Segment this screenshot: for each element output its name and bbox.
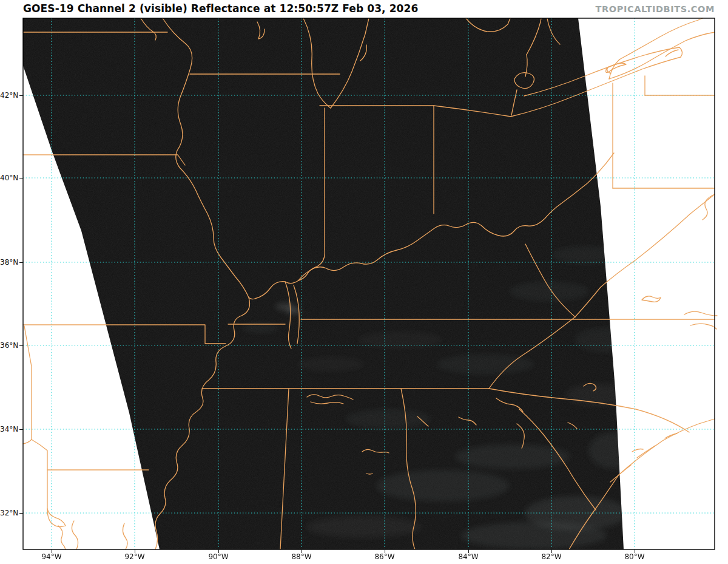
- satellite-map: [0, 0, 728, 564]
- page-title: GOES-19 Channel 2 (visible) Reflectance …: [23, 2, 418, 15]
- lat-tick-label: 32°N: [0, 509, 18, 517]
- lat-tick: [19, 429, 23, 430]
- lat-tick: [19, 95, 23, 96]
- watermark-text: TROPICALTIDBITS.COM: [595, 4, 715, 14]
- lat-tick-label: 34°N: [0, 425, 18, 433]
- lon-tick-label: 82°W: [534, 552, 568, 561]
- lon-tick-label: 86°W: [368, 552, 402, 561]
- lat-tick-label: 36°N: [0, 341, 18, 350]
- lat-tick: [19, 262, 23, 263]
- lon-tick-label: 80°W: [618, 552, 652, 561]
- lat-tick-label: 42°N: [0, 91, 18, 100]
- lon-tick-label: 90°W: [201, 552, 235, 561]
- lat-tick: [19, 345, 23, 346]
- lat-tick-label: 40°N: [0, 174, 18, 182]
- lat-tick: [19, 513, 23, 514]
- lat-tick-label: 38°N: [0, 258, 18, 267]
- lon-tick-label: 94°W: [35, 552, 69, 561]
- lon-tick-label: 84°W: [451, 552, 485, 561]
- lon-tick-label: 92°W: [118, 552, 152, 561]
- lat-tick: [19, 178, 23, 178]
- page-root: { "header": { "title": "GOES-19 Channel …: [0, 0, 728, 564]
- lon-tick-label: 88°W: [285, 552, 318, 561]
